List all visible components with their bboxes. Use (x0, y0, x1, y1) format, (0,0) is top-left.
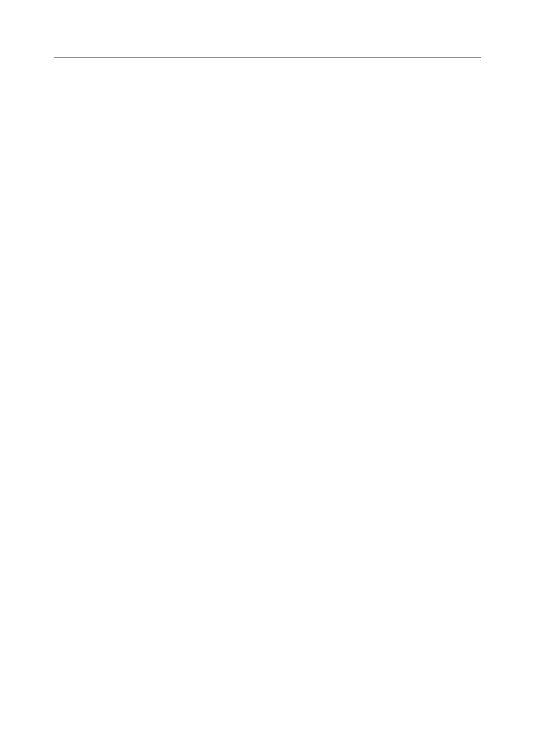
top-horizontal-rule (54, 57, 481, 57)
